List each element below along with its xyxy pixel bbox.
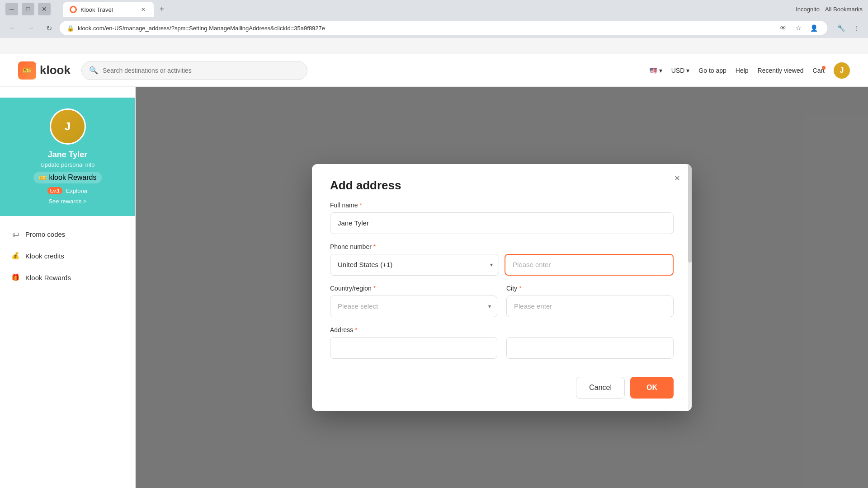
page-body: J Jane Tyler Update personal info 🎫 kloo…: [0, 87, 868, 488]
new-tab-button[interactable]: +: [156, 3, 168, 15]
address-row: [330, 337, 674, 359]
help-link[interactable]: Help: [736, 67, 749, 74]
back-button[interactable]: ←: [5, 21, 20, 35]
chevron-down-icon: ▾: [686, 67, 689, 74]
required-star: *: [373, 285, 376, 292]
modal-close-button[interactable]: ×: [670, 171, 684, 186]
klook-logo-icon: 🎫: [18, 61, 36, 80]
address-icons: 👁 ☆ 👤: [777, 22, 820, 34]
flag-icon: 🇺🇸: [650, 67, 657, 74]
toolbar-right: Incognito All Bookmarks: [792, 4, 863, 14]
sidebar-item-label: Klook Rewards: [25, 274, 71, 282]
sidebar: J Jane Tyler Update personal info 🎫 kloo…: [0, 87, 136, 488]
search-bar[interactable]: 🔍: [81, 61, 307, 80]
city-label: City *: [506, 285, 674, 292]
rewards-label: klook Rewards: [49, 174, 97, 182]
klook-logo[interactable]: 🎫 klook: [18, 61, 71, 80]
phone-group: Phone number * United States (+1) ▾: [330, 243, 674, 276]
level-badge: Lv.1: [47, 187, 62, 194]
sidebar-item-label: Promo codes: [25, 230, 65, 238]
sidebar-menu: 🏷 Promo codes 💰 Klook credits 🎁 Klook Re…: [0, 220, 135, 292]
address-input-2[interactable]: [506, 337, 674, 359]
maximize-button[interactable]: □: [22, 3, 34, 15]
address-bar[interactable]: 🔒 👁 ☆ 👤: [60, 21, 827, 35]
full-name-group: Full name *: [330, 202, 674, 234]
recently-viewed-link[interactable]: Recently viewed: [758, 67, 804, 74]
add-address-modal: × Add address Full name *: [312, 164, 692, 411]
user-avatar[interactable]: J: [834, 62, 850, 79]
phone-number-input[interactable]: [505, 254, 674, 276]
bookmarks-label: All Bookmarks: [825, 6, 863, 13]
browser-chrome: ─ □ ✕ Klook Travel ✕ + Incognito All Boo…: [0, 0, 868, 38]
ok-button[interactable]: OK: [630, 377, 674, 399]
phone-country-select[interactable]: United States (+1): [330, 254, 499, 276]
country-city-row: Country/region * Please select ▾: [330, 285, 674, 326]
header-actions: 🇺🇸 ▾ USD ▾ Go to app Help Recently viewe…: [650, 62, 850, 79]
modal-body: Full name * Phone number *: [312, 202, 692, 368]
modal-overlay: × Add address Full name *: [136, 87, 868, 488]
city-group: City *: [506, 285, 674, 317]
see-rewards-link[interactable]: See rewards >: [48, 198, 86, 205]
goto-app-link[interactable]: Go to app: [698, 67, 726, 74]
rewards-badge: 🎫 klook Rewards: [33, 172, 102, 183]
reload-button[interactable]: ↻: [42, 21, 56, 35]
rewards-icon: 🎁: [11, 273, 20, 282]
cancel-button[interactable]: Cancel: [576, 377, 625, 399]
profile-icon[interactable]: 👤: [807, 22, 820, 34]
user-avatar-large: J: [50, 108, 86, 145]
sidebar-user-name: Jane Tyler: [11, 150, 124, 160]
modal-header: Add address: [312, 164, 692, 202]
address-input-1[interactable]: [330, 337, 497, 359]
address-label: Address *: [330, 326, 674, 333]
currency-selector[interactable]: USD ▾: [671, 67, 690, 74]
country-select[interactable]: Please select: [330, 296, 497, 317]
sidebar-item-promo[interactable]: 🏷 Promo codes: [0, 223, 135, 245]
tab-title: Klook Travel: [80, 6, 136, 13]
klook-header: 🎫 klook 🔍 🇺🇸 ▾ USD ▾ Go to app Help Rece…: [0, 54, 868, 87]
forward-button[interactable]: →: [24, 21, 38, 35]
sidebar-item-rewards[interactable]: 🎁 Klook Rewards: [0, 267, 135, 288]
incognito-label: Incognito: [792, 4, 823, 14]
browser-toolbar-buttons: 🔧 ⋮: [835, 22, 863, 34]
country-label: Country/region *: [330, 285, 497, 292]
phone-label: Phone number *: [330, 243, 674, 250]
cart-button[interactable]: Cart: [813, 67, 825, 74]
tag-icon: 🏷: [11, 230, 20, 239]
tab-close-button[interactable]: ✕: [139, 5, 147, 14]
required-star: *: [373, 243, 376, 250]
coins-icon: 💰: [11, 251, 20, 260]
extensions-button[interactable]: 🔧: [835, 22, 847, 34]
country-group: Country/region * Please select ▾: [330, 285, 497, 317]
phone-country-wrapper: United States (+1) ▾: [330, 254, 499, 276]
search-input[interactable]: [103, 67, 300, 74]
window-controls: ─ □ ✕: [5, 3, 51, 15]
country-select-wrapper: Please select ▾: [330, 296, 497, 317]
modal-title: Add address: [330, 178, 674, 192]
user-profile-section: J Jane Tyler Update personal info 🎫 kloo…: [0, 98, 135, 216]
main-content: × Add address Full name *: [136, 87, 868, 488]
eye-off-icon[interactable]: 👁: [777, 22, 789, 34]
address-bar-row: ← → ↻ 🔒 👁 ☆ 👤 🔧 ⋮: [0, 18, 868, 38]
active-tab[interactable]: Klook Travel ✕: [63, 2, 154, 17]
tab-bar: Klook Travel ✕ +: [58, 1, 174, 17]
address-group: Address *: [330, 326, 674, 359]
chevron-down-icon: ▾: [659, 67, 662, 74]
search-icon: 🔍: [89, 66, 98, 75]
menu-button[interactable]: ⋮: [850, 22, 863, 34]
klook-logo-text: klook: [40, 63, 71, 77]
tab-favicon: [70, 6, 77, 13]
full-name-input[interactable]: [330, 212, 674, 234]
language-selector[interactable]: 🇺🇸 ▾: [650, 67, 662, 74]
cart-badge: [822, 66, 826, 70]
star-icon[interactable]: ☆: [792, 22, 805, 34]
close-button[interactable]: ✕: [38, 3, 51, 15]
city-input[interactable]: [506, 296, 674, 317]
title-bar: ─ □ ✕ Klook Travel ✕ + Incognito All Boo…: [0, 0, 868, 18]
sidebar-item-credits[interactable]: 💰 Klook credits: [0, 245, 135, 267]
phone-row: United States (+1) ▾: [330, 254, 674, 276]
modal-footer: Cancel OK: [312, 368, 692, 411]
url-input[interactable]: [78, 25, 773, 32]
lock-icon: 🔒: [67, 25, 74, 32]
minimize-button[interactable]: ─: [5, 3, 18, 15]
required-star: *: [519, 285, 521, 292]
